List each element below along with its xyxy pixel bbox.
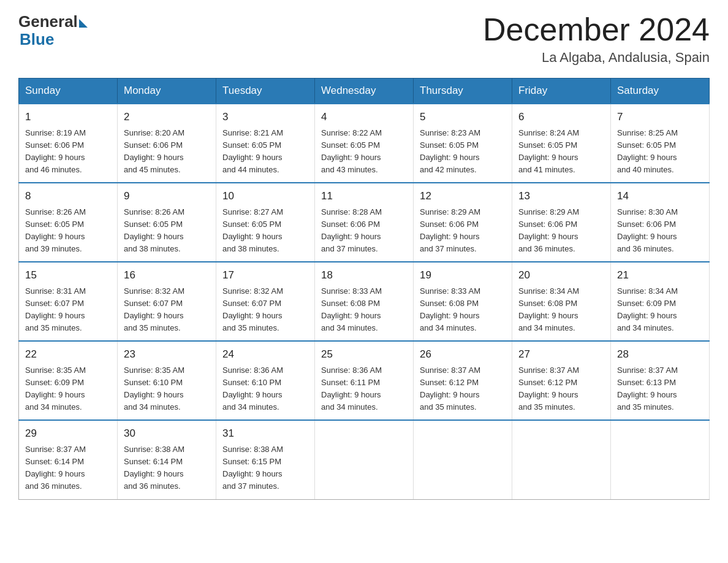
day-info: Sunrise: 8:31 AMSunset: 6:07 PMDaylight:… <box>25 285 111 335</box>
calendar-cell: 6Sunrise: 8:24 AMSunset: 6:05 PMDaylight… <box>512 104 611 183</box>
calendar-cell: 10Sunrise: 8:27 AMSunset: 6:05 PMDayligh… <box>216 183 315 262</box>
day-number: 17 <box>222 267 308 283</box>
calendar-cell: 1Sunrise: 8:19 AMSunset: 6:06 PMDaylight… <box>19 104 118 183</box>
day-number: 13 <box>518 188 604 204</box>
calendar-cell: 16Sunrise: 8:32 AMSunset: 6:07 PMDayligh… <box>118 262 216 341</box>
day-number: 25 <box>321 347 407 362</box>
calendar-cell: 29Sunrise: 8:37 AMSunset: 6:14 PMDayligh… <box>19 420 118 499</box>
day-info: Sunrise: 8:23 AMSunset: 6:05 PMDaylight:… <box>420 127 506 177</box>
day-number: 21 <box>617 267 703 283</box>
day-number: 2 <box>124 109 210 125</box>
day-number: 3 <box>222 109 308 125</box>
column-header-friday: Friday <box>512 79 611 104</box>
calendar-cell: 3Sunrise: 8:21 AMSunset: 6:05 PMDaylight… <box>216 104 315 183</box>
day-number: 6 <box>518 109 604 125</box>
column-header-wednesday: Wednesday <box>315 79 414 104</box>
day-number: 10 <box>222 188 308 204</box>
logo-general-text: General <box>18 12 78 31</box>
calendar-cell: 9Sunrise: 8:26 AMSunset: 6:05 PMDaylight… <box>118 183 216 262</box>
calendar-cell: 31Sunrise: 8:38 AMSunset: 6:15 PMDayligh… <box>216 420 315 499</box>
day-number: 24 <box>222 347 308 362</box>
day-info: Sunrise: 8:33 AMSunset: 6:08 PMDaylight:… <box>420 285 506 335</box>
calendar-cell: 12Sunrise: 8:29 AMSunset: 6:06 PMDayligh… <box>414 183 512 262</box>
day-info: Sunrise: 8:36 AMSunset: 6:10 PMDaylight:… <box>222 364 308 414</box>
calendar-cell: 4Sunrise: 8:22 AMSunset: 6:05 PMDaylight… <box>315 104 414 183</box>
calendar-cell <box>315 420 414 499</box>
logo-triangle-icon <box>79 19 88 28</box>
column-header-thursday: Thursday <box>414 79 512 104</box>
calendar-cell: 8Sunrise: 8:26 AMSunset: 6:05 PMDaylight… <box>19 183 118 262</box>
day-info: Sunrise: 8:19 AMSunset: 6:06 PMDaylight:… <box>25 127 111 177</box>
calendar-cell: 17Sunrise: 8:32 AMSunset: 6:07 PMDayligh… <box>216 262 315 341</box>
day-info: Sunrise: 8:22 AMSunset: 6:05 PMDaylight:… <box>321 127 407 177</box>
calendar-week-row: 29Sunrise: 8:37 AMSunset: 6:14 PMDayligh… <box>19 420 710 499</box>
day-info: Sunrise: 8:24 AMSunset: 6:05 PMDaylight:… <box>518 127 604 177</box>
calendar-cell: 21Sunrise: 8:34 AMSunset: 6:09 PMDayligh… <box>611 262 710 341</box>
calendar-cell: 19Sunrise: 8:33 AMSunset: 6:08 PMDayligh… <box>414 262 512 341</box>
day-number: 16 <box>124 267 210 283</box>
calendar-cell <box>611 420 710 499</box>
calendar-cell: 28Sunrise: 8:37 AMSunset: 6:13 PMDayligh… <box>611 341 710 420</box>
day-info: Sunrise: 8:37 AMSunset: 6:12 PMDaylight:… <box>420 364 506 414</box>
column-header-saturday: Saturday <box>611 79 710 104</box>
calendar-header-row: SundayMondayTuesdayWednesdayThursdayFrid… <box>19 79 710 104</box>
day-info: Sunrise: 8:35 AMSunset: 6:09 PMDaylight:… <box>25 364 111 414</box>
day-number: 5 <box>420 109 506 125</box>
day-number: 14 <box>617 188 703 204</box>
title-block: December 2024 La Algaba, Andalusia, Spai… <box>483 12 710 66</box>
calendar-cell: 22Sunrise: 8:35 AMSunset: 6:09 PMDayligh… <box>19 341 118 420</box>
calendar-cell: 25Sunrise: 8:36 AMSunset: 6:11 PMDayligh… <box>315 341 414 420</box>
day-number: 11 <box>321 188 407 204</box>
column-header-monday: Monday <box>118 79 216 104</box>
calendar-cell: 5Sunrise: 8:23 AMSunset: 6:05 PMDaylight… <box>414 104 512 183</box>
day-info: Sunrise: 8:34 AMSunset: 6:09 PMDaylight:… <box>617 285 703 335</box>
day-info: Sunrise: 8:25 AMSunset: 6:05 PMDaylight:… <box>617 127 703 177</box>
calendar-cell: 7Sunrise: 8:25 AMSunset: 6:05 PMDaylight… <box>611 104 710 183</box>
day-info: Sunrise: 8:27 AMSunset: 6:05 PMDaylight:… <box>222 206 308 256</box>
day-info: Sunrise: 8:29 AMSunset: 6:06 PMDaylight:… <box>420 206 506 256</box>
calendar-week-row: 8Sunrise: 8:26 AMSunset: 6:05 PMDaylight… <box>19 183 710 262</box>
day-info: Sunrise: 8:21 AMSunset: 6:05 PMDaylight:… <box>222 127 308 177</box>
calendar-week-row: 1Sunrise: 8:19 AMSunset: 6:06 PMDaylight… <box>19 104 710 183</box>
calendar-cell: 2Sunrise: 8:20 AMSunset: 6:06 PMDaylight… <box>118 104 216 183</box>
day-number: 12 <box>420 188 506 204</box>
day-info: Sunrise: 8:34 AMSunset: 6:08 PMDaylight:… <box>518 285 604 335</box>
calendar-cell: 23Sunrise: 8:35 AMSunset: 6:10 PMDayligh… <box>118 341 216 420</box>
day-info: Sunrise: 8:38 AMSunset: 6:14 PMDaylight:… <box>124 443 210 493</box>
calendar-cell: 30Sunrise: 8:38 AMSunset: 6:14 PMDayligh… <box>118 420 216 499</box>
calendar-cell: 13Sunrise: 8:29 AMSunset: 6:06 PMDayligh… <box>512 183 611 262</box>
calendar-cell: 14Sunrise: 8:30 AMSunset: 6:06 PMDayligh… <box>611 183 710 262</box>
day-number: 4 <box>321 109 407 125</box>
calendar-cell <box>512 420 611 499</box>
day-info: Sunrise: 8:26 AMSunset: 6:05 PMDaylight:… <box>25 206 111 256</box>
day-number: 28 <box>617 347 703 362</box>
calendar-cell: 27Sunrise: 8:37 AMSunset: 6:12 PMDayligh… <box>512 341 611 420</box>
day-number: 23 <box>124 347 210 362</box>
calendar-cell: 18Sunrise: 8:33 AMSunset: 6:08 PMDayligh… <box>315 262 414 341</box>
calendar-cell: 24Sunrise: 8:36 AMSunset: 6:10 PMDayligh… <box>216 341 315 420</box>
page-header: General Blue December 2024 La Algaba, An… <box>18 12 710 66</box>
day-info: Sunrise: 8:26 AMSunset: 6:05 PMDaylight:… <box>124 206 210 256</box>
day-number: 1 <box>25 109 111 125</box>
day-number: 27 <box>518 347 604 362</box>
day-number: 15 <box>25 267 111 283</box>
month-year-title: December 2024 <box>483 12 710 47</box>
day-number: 31 <box>222 426 308 442</box>
day-info: Sunrise: 8:30 AMSunset: 6:06 PMDaylight:… <box>617 206 703 256</box>
logo-blue-text: Blue <box>20 31 54 47</box>
day-number: 18 <box>321 267 407 283</box>
calendar-week-row: 15Sunrise: 8:31 AMSunset: 6:07 PMDayligh… <box>19 262 710 341</box>
location-subtitle: La Algaba, Andalusia, Spain <box>483 50 710 66</box>
calendar-week-row: 22Sunrise: 8:35 AMSunset: 6:09 PMDayligh… <box>19 341 710 420</box>
day-info: Sunrise: 8:29 AMSunset: 6:06 PMDaylight:… <box>518 206 604 256</box>
calendar-cell: 11Sunrise: 8:28 AMSunset: 6:06 PMDayligh… <box>315 183 414 262</box>
logo: General Blue <box>18 12 88 47</box>
day-number: 7 <box>617 109 703 125</box>
column-header-sunday: Sunday <box>19 79 118 104</box>
day-info: Sunrise: 8:32 AMSunset: 6:07 PMDaylight:… <box>222 285 308 335</box>
day-number: 22 <box>25 347 111 362</box>
day-info: Sunrise: 8:37 AMSunset: 6:12 PMDaylight:… <box>518 364 604 414</box>
day-number: 19 <box>420 267 506 283</box>
day-number: 29 <box>25 426 111 442</box>
calendar-cell: 20Sunrise: 8:34 AMSunset: 6:08 PMDayligh… <box>512 262 611 341</box>
